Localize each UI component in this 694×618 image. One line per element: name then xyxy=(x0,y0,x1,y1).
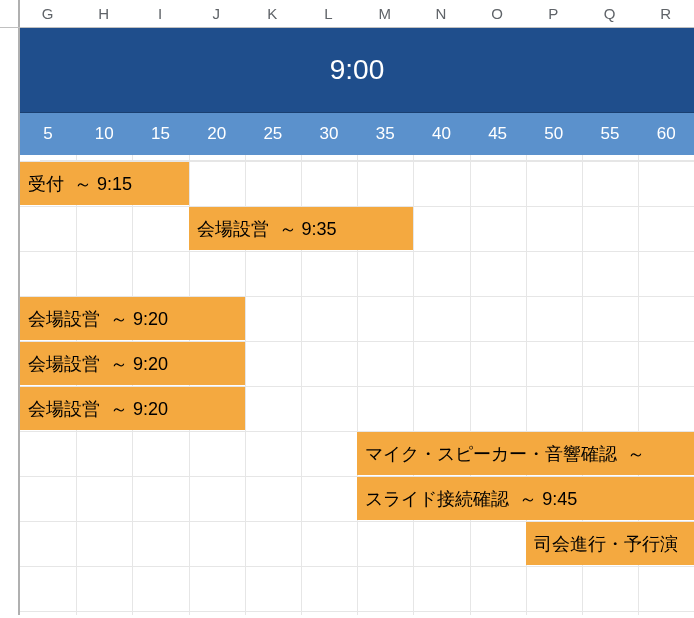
minute-label: 30 xyxy=(301,113,357,155)
minute-label: 20 xyxy=(189,113,245,155)
minute-label: 25 xyxy=(245,113,301,155)
minute-label: 15 xyxy=(132,113,188,155)
minute-label: 5 xyxy=(20,113,76,155)
minute-label: 40 xyxy=(413,113,469,155)
gantt-event[interactable]: 受付 ～ 9:15 xyxy=(20,162,189,205)
column-header-cell[interactable]: P xyxy=(526,0,582,27)
column-header-cell[interactable]: J xyxy=(189,0,245,27)
column-header-cell[interactable]: Q xyxy=(582,0,638,27)
grid-area[interactable]: 受付 ～ 9:15会場設営 ～ 9:35会場設営 ～ 9:20会場設営 ～ 9:… xyxy=(20,155,694,615)
gantt-event[interactable]: 会場設営 ～ 9:35 xyxy=(189,207,414,250)
column-headers: GHIJKLMNOPQR xyxy=(0,0,694,28)
column-header-cell[interactable]: L xyxy=(301,0,357,27)
column-header-cell[interactable]: G xyxy=(20,0,76,27)
hour-band: 9:00 xyxy=(0,28,694,113)
minute-label: 45 xyxy=(470,113,526,155)
gantt-event[interactable]: マイク・スピーカー・音響確認 ～ xyxy=(357,432,694,475)
gantt-event[interactable]: 会場設営 ～ 9:20 xyxy=(20,297,245,340)
column-header-cell[interactable]: R xyxy=(638,0,694,27)
minute-label: 50 xyxy=(526,113,582,155)
gantt-event[interactable]: 司会進行・予行演 xyxy=(526,522,694,565)
column-header-cell[interactable]: H xyxy=(76,0,132,27)
minute-label: 10 xyxy=(76,113,132,155)
column-header-cell[interactable]: I xyxy=(132,0,188,27)
gantt-event[interactable]: 会場設営 ～ 9:20 xyxy=(20,387,245,430)
column-header-cell[interactable]: M xyxy=(357,0,413,27)
hour-label: 9:00 xyxy=(330,54,385,86)
row-gutter-top xyxy=(0,0,20,27)
column-header-cell[interactable]: K xyxy=(245,0,301,27)
column-header-cell[interactable]: N xyxy=(413,0,469,27)
minute-label: 60 xyxy=(638,113,694,155)
gantt-event[interactable]: 会場設営 ～ 9:20 xyxy=(20,342,245,385)
gantt-event[interactable]: スライド接続確認 ～ 9:45 xyxy=(357,477,694,520)
minute-band: 51015202530354045505560 xyxy=(0,113,694,155)
minute-label: 55 xyxy=(582,113,638,155)
column-header-cell[interactable]: O xyxy=(470,0,526,27)
minute-label: 35 xyxy=(357,113,413,155)
